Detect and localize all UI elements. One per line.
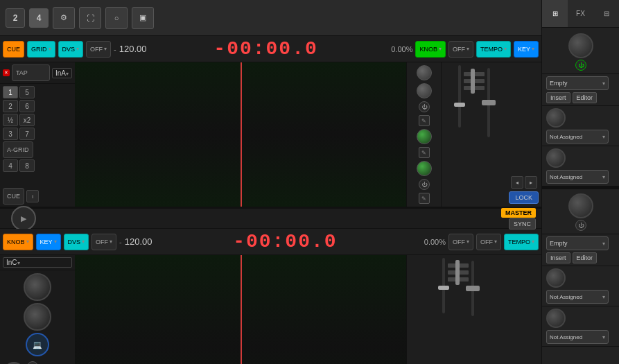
rp-tab-fx[interactable]: FX — [568, 0, 593, 27]
deck-a-dvs-btn[interactable]: DVS▾ — [58, 41, 84, 58]
connector-play-btn[interactable]: ▶ — [11, 206, 36, 231]
deck-a-grid-btn[interactable]: GRID▾ — [27, 41, 55, 58]
deck-a-hfader3[interactable] — [464, 86, 485, 90]
rp-empty1-dropdown[interactable]: Empty▾ — [546, 76, 609, 90]
deck-b-key-btn[interactable]: KEY▾ — [36, 234, 61, 250]
deck-a-frac[interactable]: ½ — [3, 114, 18, 126]
rp-insert1-btn[interactable]: Insert — [546, 92, 570, 103]
deck-a-pitch-fader[interactable] — [487, 68, 490, 137]
deck-a-eq-edit2[interactable]: ✎ — [419, 147, 430, 158]
deck-a-num8[interactable]: 8 — [19, 159, 35, 172]
rp-tab-mixer[interactable]: ⊞ — [542, 0, 568, 27]
deck-a-num6[interactable]: 6 — [19, 100, 35, 112]
deck-a-cue-btn[interactable]: CUE — [3, 41, 24, 58]
deck-b-knob-btn[interactable]: KNOB▾ — [3, 234, 33, 250]
deck-b-waveform[interactable] — [75, 255, 406, 364]
deck-b-pitch-fader[interactable] — [471, 261, 474, 316]
deck-a-eq-power[interactable]: ⏻ — [419, 101, 430, 112]
deck-a-waveform[interactable] — [75, 62, 406, 207]
rp-power1[interactable]: ⏻ — [575, 60, 586, 71]
rp-tab-eq[interactable]: ⊟ — [593, 0, 619, 27]
deck-a-agrid[interactable]: A-GRID — [3, 141, 33, 158]
deck-a-info-btn[interactable]: i — [26, 190, 39, 202]
deck-a-cue-bottom[interactable]: CUE — [3, 188, 24, 205]
rp-power2[interactable]: ⏻ — [575, 220, 586, 231]
deck-b-content: InC▾ 💻 ⏻ ✎ — [0, 255, 541, 364]
deck-a-filter-power[interactable]: ⏻ — [419, 179, 430, 190]
deck-a-off-btn[interactable]: OFF▾ — [86, 41, 111, 58]
deck-a-sync-btn[interactable]: SYNC — [509, 218, 536, 229]
deck-b-vinyl2[interactable] — [24, 303, 51, 331]
deck-a-eq-hi[interactable] — [417, 65, 432, 80]
deck-a-bpm: 120.00 — [119, 44, 150, 54]
btn-2[interactable]: 2 — [6, 8, 25, 28]
rp-knob3[interactable] — [546, 148, 566, 168]
deck-a-knob-btn[interactable]: KNOB▾ — [415, 41, 446, 58]
deck-a-key-btn[interactable]: KEY▾ — [514, 41, 539, 58]
deck-b-tempo-btn[interactable]: TEMPO▾ — [504, 234, 539, 250]
deck-b-dvs-btn[interactable]: DVS▾ — [64, 234, 89, 250]
deck-b-channel-fader[interactable] — [442, 258, 445, 313]
deck-a-num1[interactable]: 1 — [3, 86, 18, 98]
deck-a-off2-btn[interactable]: OFF▾ — [448, 41, 473, 58]
deck-b-off3-btn[interactable]: OFF▾ — [476, 234, 501, 250]
deck-b-vinyl1[interactable] — [24, 273, 51, 301]
right-panel: ⊞ FX ⊟ ⏻ Empty▾ Insert Editor Not Assign… — [541, 0, 619, 364]
rp-empty2-dropdown[interactable]: Empty▾ — [546, 236, 609, 250]
deck-a-eq-edit[interactable]: ✎ — [419, 115, 430, 126]
rp-knob4[interactable] — [568, 193, 593, 218]
rp-empty1-section: Empty▾ Insert Editor — [542, 74, 619, 106]
deck-b-power[interactable]: ⏻ — [27, 361, 38, 364]
deck-a-filter[interactable] — [417, 161, 432, 176]
deck-a-tempo-btn[interactable]: TEMPO▾ — [476, 41, 511, 58]
deck-b-hfader3[interactable] — [448, 277, 469, 281]
rp-knob1[interactable] — [568, 33, 593, 58]
deck-a-tap-btn[interactable]: TAP — [12, 64, 50, 81]
deck-a-x-btn[interactable]: ✕ — [3, 69, 10, 76]
deck-a-eq-mid[interactable] — [417, 83, 432, 98]
deck-b-dash: - — [119, 238, 122, 246]
rp-editor2-btn[interactable]: Editor — [573, 252, 598, 263]
deck-b-off2-btn[interactable]: OFF▾ — [448, 234, 473, 250]
rp-insert2-btn[interactable]: Insert — [546, 252, 570, 263]
deck-b-inC[interactable]: InC▾ — [3, 257, 72, 268]
deck-b: KNOB▾ KEY▾ DVS▾ OFF▾ - 120.00 -00:00.0 0… — [0, 229, 541, 364]
deck-a-inA[interactable]: InA▾ — [52, 68, 72, 78]
deck-a: CUE GRID▾ DVS▾ OFF▾ - 120.00 -00:00.0 0.… — [0, 36, 541, 208]
rp-knob2[interactable] — [546, 108, 566, 128]
btn-4[interactable]: 4 — [29, 8, 49, 28]
deck-a-master-badge: MASTER — [501, 208, 536, 218]
rp-knob5[interactable] — [546, 268, 566, 288]
deck-a-num7[interactable]: 7 — [19, 128, 35, 140]
deck-b-laptop-icon[interactable]: 💻 — [26, 333, 49, 356]
settings-icon[interactable]: ⚙ — [53, 7, 75, 29]
deck-a-scroll-right[interactable]: ▸ — [525, 176, 537, 189]
deck-b-percent: 0.00% — [415, 238, 446, 246]
deck-a-filter-edit[interactable]: ✎ — [419, 193, 430, 204]
deck-a-lock-btn[interactable]: LOCK — [509, 191, 539, 204]
rp-assign1-dropdown[interactable]: Not Assigned▾ — [546, 130, 609, 144]
rp-knob6[interactable] — [546, 309, 566, 328]
deck-a-percent: 0.00% — [381, 45, 412, 53]
deck-a-num4[interactable]: 4 — [3, 159, 18, 172]
deck-a-eq-lo[interactable] — [417, 129, 432, 144]
deck-a-content: ✕ TAP InA▾ 1 5 2 6 — [0, 62, 541, 207]
deck-b-off-btn[interactable]: OFF▾ — [91, 234, 116, 250]
rp-assign1-section: Not Assigned▾ — [542, 106, 619, 146]
rp-assign4-dropdown[interactable]: Not Assigned▾ — [546, 330, 609, 344]
deck-a-x2[interactable]: x2 — [19, 114, 35, 126]
deck-b-time: -00:00.0 — [159, 231, 412, 252]
rp-editor1-btn[interactable]: Editor — [573, 92, 598, 103]
deck-a-topbar: CUE GRID▾ DVS▾ OFF▾ - 120.00 -00:00.0 0.… — [0, 36, 541, 62]
deck-a-channel-fader[interactable] — [458, 65, 461, 128]
rp-assign3-dropdown[interactable]: Not Assigned▾ — [546, 290, 609, 304]
rp-assign2-dropdown[interactable]: Not Assigned▾ — [546, 170, 609, 184]
deck-a-num5[interactable]: 5 — [19, 86, 35, 98]
deck-a-scroll-left[interactable]: ◂ — [511, 176, 523, 189]
expand-icon[interactable]: ⛶ — [79, 7, 101, 29]
grid-icon[interactable]: ▣ — [132, 7, 154, 29]
connector-bar: ▶ MASTER SYNC — [0, 208, 541, 229]
record-icon[interactable]: ○ — [105, 7, 128, 29]
deck-a-num2[interactable]: 2 — [3, 100, 18, 112]
deck-a-num3[interactable]: 3 — [3, 128, 18, 140]
